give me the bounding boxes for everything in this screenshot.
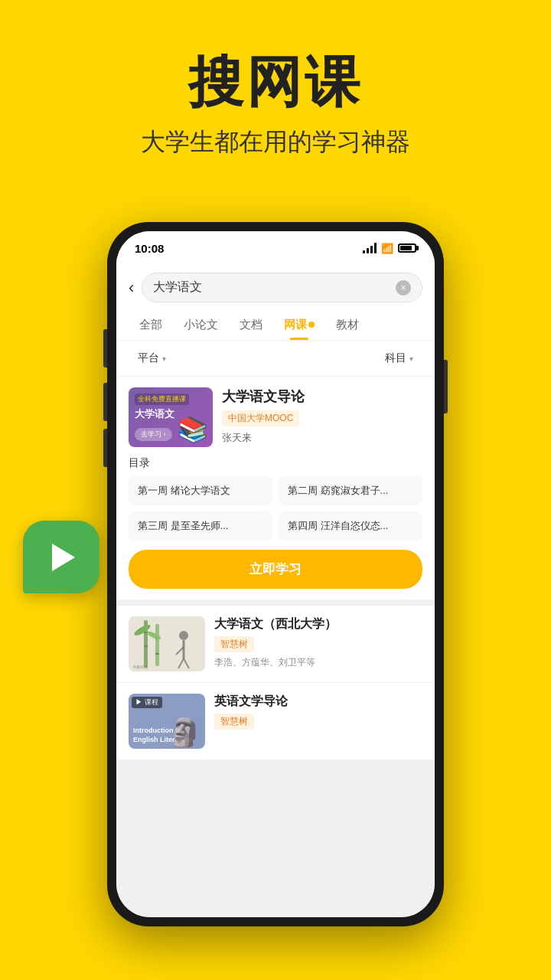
course-3-title: 英语文学导论	[214, 694, 422, 710]
course-1-thumbnail[interactable]: 全科免费直播课 大学语文 去学习 › 📚	[129, 387, 213, 447]
svg-point-9	[179, 631, 188, 640]
thumb-cta-1: 去学习 ›	[135, 428, 172, 441]
status-bar: 10:08 📶	[116, 231, 435, 265]
float-play-button[interactable]	[23, 521, 99, 593]
svg-text:书香四溢: 书香四溢	[132, 665, 148, 669]
toc-label: 目录	[129, 456, 422, 470]
thumb-badge-1: 全科免费直播课	[135, 394, 189, 405]
thumb-title-1: 大学语文	[135, 408, 174, 421]
course-2-info: 大学语文（西北大学） 智慧树 李浩、方蕴华、刘卫平等	[214, 616, 422, 671]
svg-rect-0	[129, 616, 205, 671]
statue-icon: 🗿	[168, 717, 202, 749]
tab-all[interactable]: 全部	[129, 310, 173, 340]
subject-filter[interactable]: 科目 ▾	[376, 347, 422, 370]
course-1-platform[interactable]: 中国大学MOOC	[222, 410, 299, 426]
svg-rect-3	[144, 645, 148, 647]
course-1-info: 大学语文导论 中国大学MOOC 张天来	[222, 387, 422, 447]
course-1-author: 张天来	[222, 431, 422, 445]
battery-icon	[398, 243, 416, 253]
search-box[interactable]: 大学语文 ×	[142, 273, 422, 302]
platform-dropdown-icon: ▾	[162, 354, 166, 363]
tab-active-badge	[308, 322, 315, 328]
study-now-button[interactable]: 立即学习	[129, 550, 422, 589]
tab-document[interactable]: 文档	[229, 310, 273, 340]
play-icon	[52, 544, 75, 571]
toc-item-1[interactable]: 第一周 绪论大学语文	[129, 476, 272, 505]
tab-essay[interactable]: 小论文	[173, 310, 229, 340]
subject-dropdown-icon: ▾	[409, 354, 413, 363]
app-subtitle: 大学生都在用的学习神器	[0, 126, 551, 159]
course-1-title: 大学语文导论	[222, 387, 422, 406]
course-2-title: 大学语文（西北大学）	[214, 616, 422, 632]
app-title: 搜网课	[0, 46, 551, 119]
course-2-thumbnail[interactable]: 书香四溢	[129, 616, 205, 671]
content-area: 全科免费直播课 大学语文 去学习 › 📚 大学语文导论 中国大学MOOC	[116, 377, 435, 917]
svg-rect-6	[155, 653, 159, 655]
tab-bar: 全部 小论文 文档 网课 教材	[116, 310, 435, 341]
wifi-icon: 📶	[381, 243, 393, 254]
signal-icon	[363, 243, 377, 253]
thumb-book-icon: 📚	[178, 415, 208, 444]
filter-row: 平台 ▾ 科目 ▾	[116, 341, 435, 377]
toc-grid: 第一周 绪论大学语文 第二周 窈窕淑女君子... 第三周 是至圣先师... 第四…	[129, 476, 422, 541]
svg-rect-4	[155, 624, 159, 666]
course-card-1: 全科免费直播课 大学语文 去学习 › 📚 大学语文导论 中国大学MOOC	[116, 377, 435, 599]
platform-label: 平台	[138, 351, 159, 365]
back-button[interactable]: ‹	[129, 278, 134, 298]
course-2-author: 李浩、方蕴华、刘卫平等	[214, 656, 422, 669]
platform-filter[interactable]: 平台 ▾	[129, 347, 175, 370]
subject-label: 科目	[385, 351, 406, 365]
toc-item-2[interactable]: 第二周 窈窕淑女君子...	[279, 476, 422, 505]
course-2-platform[interactable]: 智慧树	[214, 636, 254, 652]
course-3-platform[interactable]: 智慧树	[214, 714, 254, 730]
search-area: ‹ 大学语文 ×	[116, 265, 435, 310]
status-icons: 📶	[363, 243, 416, 254]
course-3-thumbnail[interactable]: ▶ 课程 Introduction toEnglish Literature 🗿	[129, 694, 205, 749]
course-item-2: 书香四溢 大学语文（西北大学） 智慧树 李浩、方蕴华、刘卫平等	[116, 606, 435, 683]
toc-item-3[interactable]: 第三周 是至圣先师...	[129, 511, 272, 541]
search-query: 大学语文	[153, 279, 390, 296]
tab-textbook[interactable]: 教材	[325, 310, 370, 340]
course-3-info: 英语文学导论 智慧树	[214, 694, 422, 749]
course-item-3: ▶ 课程 Introduction toEnglish Literature 🗿…	[116, 683, 435, 760]
thumb-play-badge: ▶ 课程	[132, 697, 162, 708]
status-time: 10:08	[135, 242, 164, 255]
clear-button[interactable]: ×	[396, 280, 411, 296]
tab-online-course[interactable]: 网课	[273, 310, 325, 340]
toc-item-4[interactable]: 第四周 汪洋自恣仪态...	[279, 511, 422, 541]
